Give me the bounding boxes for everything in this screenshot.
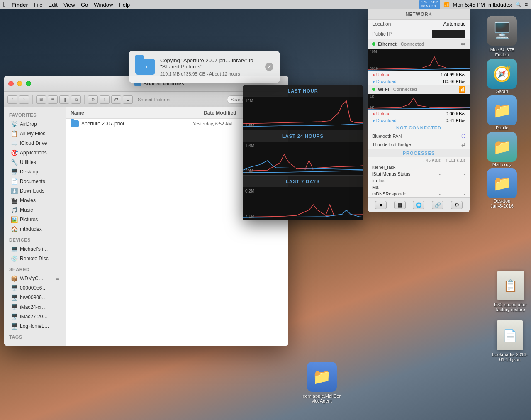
copy-dialog: Copying "Aperture 2007-pri…library" to "…	[129, 51, 280, 83]
view-icon-button[interactable]: ⊞	[36, 95, 46, 104]
sidebar-item-mtbdudex[interactable]: 🏠 mtbdudex	[6, 225, 64, 234]
apple-menu[interactable]: 	[3, 1, 6, 8]
footer-btn-5[interactable]: ⚙	[451, 201, 463, 209]
wifi-status: Connected	[393, 87, 417, 92]
sidebar-item-michaels[interactable]: 💻 Michael's i…	[6, 244, 64, 254]
eject-icon[interactable]: ⏏	[56, 276, 59, 281]
thunderbolt-bridge-row: Thunderbolt Bridge ⇄	[368, 140, 470, 149]
desktop-folder-label: DesktopJan-8-2016	[490, 198, 514, 208]
footer-btn-3[interactable]: 🌐	[413, 201, 424, 209]
desktop-icon-desktop-folder[interactable]: 📁 DesktopJan-8-2016	[476, 168, 528, 208]
view-list-button[interactable]: ≡	[48, 95, 58, 104]
graph-label-0.2m: 0.2M	[245, 189, 254, 193]
desktop-icon-ex2speed[interactable]: 📋 EX2 speed afterfactory restore	[494, 271, 527, 312]
location-label: Location	[372, 21, 391, 27]
sidebar-label-utilities: Utilities	[20, 159, 36, 165]
window-minimize-button[interactable]	[17, 81, 22, 86]
forward-button[interactable]: ›	[19, 95, 29, 104]
desktop-icon-mailcopy[interactable]: 📁 Mail copy	[476, 132, 528, 167]
graph-label-1.6m: 1.6M	[245, 124, 254, 128]
view-flow-button[interactable]: ⧉	[71, 95, 81, 104]
sidebar-label-000000e6: 000000e6…	[20, 285, 47, 291]
safari-icon: 🧭	[487, 59, 517, 89]
mailserviceagent-icon: 📁	[307, 362, 337, 392]
sidebar-item-all-my-files[interactable]: 📋 All My Files	[6, 129, 64, 138]
sidebar-item-utilities[interactable]: 🔧 Utilities	[6, 158, 64, 167]
sidebar-item-airdrop[interactable]: 📡 AirDrop	[6, 120, 64, 129]
sidebar-item-brw00809[interactable]: 🖥️ brw00809…	[6, 293, 64, 302]
menubar-options-icon[interactable]: ≡	[525, 2, 528, 7]
back-button[interactable]: ‹	[7, 95, 17, 104]
sidebar-item-imac27[interactable]: 🖥️ iMac27 20…	[6, 312, 64, 321]
desktop-icon-mailserviceagent[interactable]: 📁 com.apple.MailServiceAgent	[303, 362, 341, 403]
sidebar-label-remote-disc: Remote Disc	[20, 256, 49, 261]
window-close-button[interactable]	[8, 81, 14, 86]
menubar-finder[interactable]: Finder	[12, 2, 28, 8]
tags-button[interactable]: 🏷	[111, 95, 121, 104]
sidebar-label-all-my-files: All My Files	[20, 131, 45, 137]
menubar-edit[interactable]: Edit	[49, 2, 58, 8]
last-24h-graph: 1.6M 20M	[243, 142, 363, 175]
sidebar-item-applications[interactable]: 🎯 Applications	[6, 148, 64, 157]
wifi-icon[interactable]: 📶	[458, 86, 465, 93]
menubar-search-icon[interactable]: 🔍	[515, 2, 521, 7]
menubar-go[interactable]: Go	[81, 2, 88, 8]
sidebar-label-airdrop: AirDrop	[20, 121, 37, 127]
eth-upload-value: 174.99 KB/s	[441, 72, 465, 77]
sidebar-item-wdmyc[interactable]: 📦 WDMyC… ⏏	[6, 274, 64, 283]
sidebar-section-tags: Tags	[4, 331, 66, 341]
menubar-window[interactable]: Window	[94, 2, 113, 8]
arrange-button[interactable]: ≣	[123, 95, 133, 104]
hour-graph-svg	[243, 97, 363, 130]
desktop-icon-public[interactable]: 📁 Public	[476, 95, 528, 130]
sidebar-item-000000e6[interactable]: 🖥️ 000000e6…	[6, 283, 64, 293]
sidebar-item-icloud-drive[interactable]: ☁️ iCloud Drive	[6, 139, 64, 148]
sidebar-label-applications: Applications	[20, 150, 47, 156]
eth-graph-min: 361K	[370, 66, 378, 71]
safari-label: Safari	[496, 89, 508, 94]
view-col-button[interactable]: |||	[59, 95, 69, 104]
istat-network-panel: NETWORK Location Automatic Public IP Eth…	[368, 9, 470, 212]
sidebar-item-loghome[interactable]: 🖥️ LogHomeL…	[6, 322, 64, 331]
menubar-right: 175.0KB/s 80.9KB/s 📶 Mon 5:45 PM mtbdude…	[419, 0, 528, 9]
sidebar-item-remote-disc[interactable]: 💿 Remote Disc	[6, 254, 64, 263]
sidebar-item-downloads[interactable]: ⬇️ Downloads	[6, 186, 64, 195]
footer-btn-2[interactable]: ▦	[394, 201, 406, 209]
sidebar-item-desktop[interactable]: 🖥️ Desktop	[6, 167, 64, 176]
window-maximize-button[interactable]	[26, 81, 31, 86]
wifi-label: Wi-Fi	[378, 87, 389, 92]
copy-close-button[interactable]: ✕	[265, 63, 273, 71]
sidebar-item-music[interactable]: 🎵 Music	[6, 205, 64, 215]
desktop-icon-bookmarks[interactable]: 📄 bookmarks-2016-01-10.json	[492, 320, 528, 362]
action-button[interactable]: ⚙	[88, 95, 98, 104]
sidebar-item-documents[interactable]: 📄 Documents	[6, 177, 64, 186]
sidebar-section-shared: Shared	[4, 264, 66, 273]
ethernet-label: Ethernet	[378, 42, 397, 46]
desktop-icon-imac5k[interactable]: 🖥️ iMac 5k 3TBFusion	[476, 16, 528, 57]
sidebar-label-loghome: LogHomeL…	[20, 323, 49, 329]
ex2speed-label: EX2 speed afterfactory restore	[494, 302, 527, 312]
ethernet-expand-icon[interactable]: ⇔	[460, 41, 465, 47]
sidebar-item-imac24[interactable]: 🖥️ iMac24-cr…	[6, 303, 64, 312]
menubar-wifi-icon[interactable]: 📶	[443, 2, 450, 7]
sidebar-label-mtbdudex: mtbdudex	[20, 226, 42, 232]
menubar-view[interactable]: View	[63, 2, 75, 8]
sidebar-label-pictures: Pictures	[20, 217, 38, 222]
24h-graph-svg	[243, 142, 363, 175]
menubar-username[interactable]: mtbdudex	[488, 2, 512, 8]
network-speed-badge[interactable]: 175.0KB/s 80.9KB/s	[419, 0, 440, 9]
sidebar-section-favorites: Favorites	[4, 109, 66, 119]
col-header-name[interactable]: Name	[66, 109, 200, 117]
footer-btn-1[interactable]: ■	[375, 201, 387, 209]
share-button[interactable]: ↑	[100, 95, 110, 104]
desktop-right-icons: 🖥️ iMac 5k 3TBFusion 🧭 Safari 📁 Public 📁…	[473, 12, 531, 212]
footer-btn-4[interactable]: 🔗	[432, 201, 443, 209]
laptop-icon: 💻	[11, 246, 17, 252]
process-name-kernel: kernel_task	[372, 165, 416, 170]
menubar-file[interactable]: File	[34, 2, 43, 8]
menubar-help[interactable]: Help	[119, 2, 130, 8]
sidebar-item-movies[interactable]: 🎬 Movies	[6, 196, 64, 205]
process-up-mdns: -	[441, 191, 465, 196]
desktop-icon-safari[interactable]: 🧭 Safari	[476, 59, 528, 94]
sidebar-item-pictures[interactable]: 🖼️ Pictures	[6, 215, 64, 224]
